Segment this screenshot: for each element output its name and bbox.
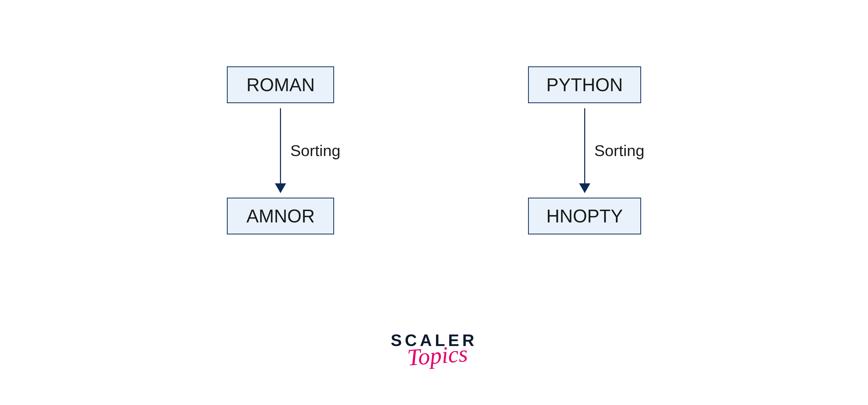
right-output-box: HNOPTY [528,198,641,234]
left-input-box: ROMAN [227,66,334,103]
arrow-head-icon [579,183,590,193]
scaler-topics-logo: SCALER Topics [391,332,477,366]
arrow-line-icon [584,108,585,193]
right-input-text: PYTHON [546,75,623,95]
left-arrow-container: Sorting [280,103,281,198]
left-output-box: AMNOR [227,198,334,234]
left-input-text: ROMAN [246,75,315,95]
left-output-text: AMNOR [246,206,315,226]
right-output-text: HNOPTY [546,206,623,226]
left-flow: ROMAN Sorting AMNOR [227,66,334,234]
sorting-diagram: ROMAN Sorting AMNOR PYTHON Sorting HNOPT… [0,66,868,234]
arrow-line-icon [280,108,281,193]
right-flow: PYTHON Sorting HNOPTY [528,66,641,234]
arrow-head-icon [275,183,286,193]
logo-line2: Topics [407,344,468,368]
right-arrow-container: Sorting [584,103,585,198]
left-operation-label: Sorting [290,142,340,160]
right-input-box: PYTHON [528,66,641,103]
right-operation-label: Sorting [594,142,644,160]
